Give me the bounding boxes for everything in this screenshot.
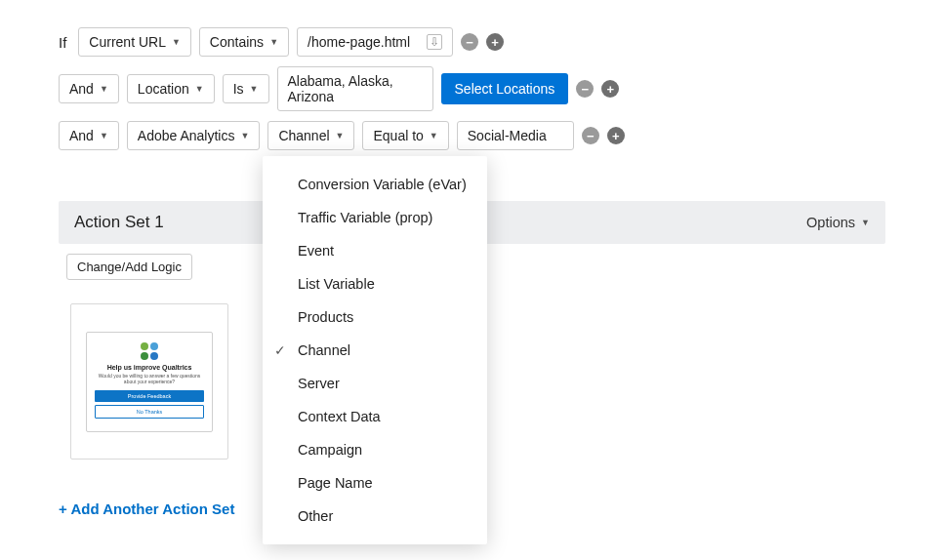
add-condition-button[interactable]: + bbox=[601, 80, 619, 98]
rule-row-3: And ▼ Adobe Analytics ▼ Channel ▼ Equal … bbox=[59, 121, 885, 150]
remove-condition-button[interactable]: − bbox=[582, 127, 599, 144]
options-label: Options bbox=[806, 215, 855, 230]
dropdown-item[interactable]: Context Data bbox=[263, 400, 487, 433]
field-select-label: Current URL bbox=[89, 34, 166, 50]
change-add-logic-button[interactable]: Change/Add Logic bbox=[66, 254, 192, 280]
preview-secondary-button: No Thanks bbox=[95, 405, 204, 419]
dropdown-item-label: Page Name bbox=[298, 475, 373, 491]
dropdown-item-label: Traffic Variable (prop) bbox=[298, 210, 432, 225]
if-label: If bbox=[59, 34, 66, 51]
logic-select-and[interactable]: And ▼ bbox=[59, 74, 119, 103]
chevron-down-icon: ▼ bbox=[250, 84, 259, 94]
creative-preview-card: Help us improve Qualtrics Would you be w… bbox=[86, 332, 213, 432]
comparator-select-label: Equal to bbox=[373, 128, 423, 143]
dropdown-item[interactable]: ✓Channel bbox=[263, 334, 487, 367]
chevron-down-icon: ▼ bbox=[100, 131, 108, 140]
value-input-text: Alabama, Alaska, Arizona bbox=[288, 73, 393, 104]
options-button[interactable]: Options ▼ bbox=[806, 215, 870, 230]
chevron-down-icon: ▼ bbox=[240, 131, 249, 140]
dropdown-item-label: Campaign bbox=[298, 442, 362, 458]
chevron-down-icon: ▼ bbox=[269, 37, 278, 47]
operator-select-label: Contains bbox=[210, 34, 264, 50]
rule-row-2: And ▼ Location ▼ Is ▼ Alabama, Alaska, A… bbox=[59, 66, 885, 111]
logic-select-and[interactable]: And ▼ bbox=[59, 121, 119, 150]
chevron-down-icon: ▼ bbox=[100, 84, 108, 94]
add-condition-button[interactable]: + bbox=[607, 127, 625, 144]
remove-condition-button[interactable]: − bbox=[576, 80, 594, 98]
add-condition-button[interactable]: + bbox=[486, 33, 504, 51]
variable-select-channel[interactable]: Channel ▼ bbox=[267, 121, 354, 150]
clipboard-icon: ⇩ bbox=[427, 34, 442, 50]
field-select-current-url[interactable]: Current URL ▼ bbox=[78, 27, 191, 57]
dropdown-item[interactable]: Traffic Variable (prop) bbox=[263, 201, 487, 234]
logic-select-label: And bbox=[69, 128, 94, 143]
value-input-locations[interactable]: Alabama, Alaska, Arizona bbox=[277, 66, 433, 111]
dropdown-item[interactable]: Page Name bbox=[263, 466, 487, 500]
dropdown-item-label: Server bbox=[298, 376, 340, 391]
operator-select-label: Is bbox=[233, 81, 244, 97]
logo-icon bbox=[139, 342, 160, 360]
variable-dropdown-menu: Conversion Variable (eVar)Traffic Variab… bbox=[263, 156, 487, 544]
add-another-label: Add Another Action Set bbox=[70, 500, 234, 517]
remove-condition-button[interactable]: − bbox=[461, 33, 478, 51]
operator-select-is[interactable]: Is ▼ bbox=[223, 74, 269, 103]
comparator-select-equal-to[interactable]: Equal to ▼ bbox=[362, 121, 448, 150]
value-input-text: /home-page.html bbox=[308, 34, 410, 50]
dropdown-item-label: Event bbox=[298, 243, 334, 259]
dropdown-item-label: Conversion Variable (eVar) bbox=[298, 177, 467, 192]
dropdown-item[interactable]: Campaign bbox=[263, 433, 487, 466]
chevron-down-icon: ▼ bbox=[195, 84, 204, 94]
chevron-down-icon: ▼ bbox=[336, 131, 345, 140]
value-input-url[interactable]: /home-page.html ⇩ bbox=[297, 27, 453, 57]
chevron-down-icon: ▼ bbox=[172, 37, 181, 47]
dropdown-item-label: Other bbox=[298, 508, 333, 524]
plus-icon: + bbox=[59, 500, 67, 517]
chevron-down-icon: ▼ bbox=[861, 218, 870, 227]
value-input-text: Social-Media bbox=[468, 128, 547, 143]
preview-primary-button: Provide Feedback bbox=[95, 390, 204, 402]
preview-heading: Help us improve Qualtrics bbox=[95, 364, 204, 371]
dropdown-item[interactable]: Products bbox=[263, 300, 487, 334]
field-select-label: Location bbox=[138, 81, 189, 97]
dropdown-item-label: Context Data bbox=[298, 409, 381, 424]
creative-thumbnail[interactable]: Help us improve Qualtrics Would you be w… bbox=[70, 303, 228, 460]
dropdown-item[interactable]: Conversion Variable (eVar) bbox=[263, 168, 487, 201]
dropdown-item[interactable]: Other bbox=[263, 500, 487, 533]
dropdown-item[interactable]: Server bbox=[263, 367, 487, 400]
check-icon: ✓ bbox=[274, 342, 286, 358]
dropdown-item-label: Products bbox=[298, 309, 353, 325]
field-select-location[interactable]: Location ▼ bbox=[127, 74, 215, 103]
source-select-adobe-analytics[interactable]: Adobe Analytics ▼ bbox=[127, 121, 261, 150]
dropdown-item[interactable]: List Variable bbox=[263, 267, 487, 300]
dropdown-item-label: Channel bbox=[298, 342, 350, 358]
preview-subtext: Would you be willing to answer a few que… bbox=[95, 373, 204, 384]
variable-select-label: Channel bbox=[278, 128, 329, 143]
source-select-label: Adobe Analytics bbox=[138, 128, 235, 143]
logic-select-label: And bbox=[69, 81, 94, 97]
action-set-title: Action Set 1 bbox=[74, 213, 164, 232]
dropdown-item-label: List Variable bbox=[298, 276, 375, 292]
rule-row-1: If Current URL ▼ Contains ▼ /home-page.h… bbox=[59, 27, 885, 57]
select-locations-button[interactable]: Select Locations bbox=[441, 73, 569, 104]
chevron-down-icon: ▼ bbox=[430, 131, 438, 140]
value-input-social[interactable]: Social-Media bbox=[457, 121, 574, 150]
dropdown-item[interactable]: Event bbox=[263, 234, 487, 267]
operator-select-contains[interactable]: Contains ▼ bbox=[199, 27, 289, 57]
